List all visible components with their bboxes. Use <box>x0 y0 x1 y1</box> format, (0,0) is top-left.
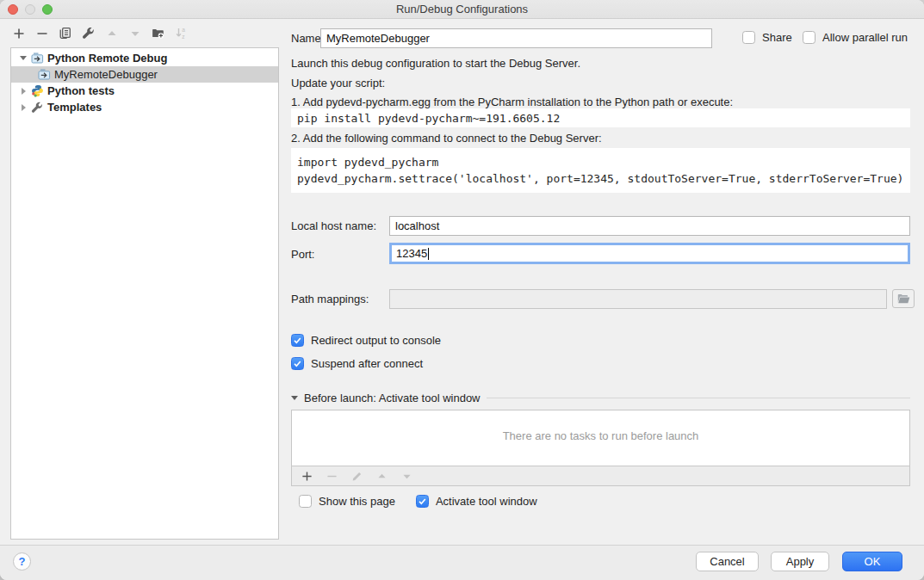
close-window-button[interactable] <box>8 4 18 15</box>
name-label-wrap: Name: <box>291 32 324 45</box>
path-mappings-input[interactable] <box>389 289 887 309</box>
run-debug-configurations-dialog: Run/Debug Configurations <box>0 0 924 580</box>
text-caret <box>428 248 429 260</box>
name-label: Name: <box>291 32 324 45</box>
share-checkbox[interactable] <box>742 31 755 44</box>
edit-templates-wrench-icon[interactable] <box>82 27 95 40</box>
settrace-code: import pydevd_pycharm pydevd_pycharm.set… <box>291 148 910 193</box>
add-task-icon[interactable] <box>301 470 313 483</box>
share-label: Share <box>762 31 792 44</box>
before-launch-header[interactable]: Before launch: Activate tool window <box>291 392 910 404</box>
window-title: Run/Debug Configurations <box>396 3 528 15</box>
port-input[interactable]: 12345 <box>389 243 910 264</box>
section-divider <box>487 398 910 398</box>
instructions-line1: Launch this debug configuration to start… <box>291 57 580 70</box>
svg-text:z: z <box>182 34 184 40</box>
browse-path-mappings-button[interactable] <box>892 289 915 308</box>
settrace-code-line1: import pydevd_pycharm <box>297 156 438 169</box>
folder-icon <box>897 293 910 304</box>
chevron-right-icon[interactable] <box>19 88 28 95</box>
show-this-page-checkbox[interactable] <box>299 495 312 508</box>
tree-item-templates[interactable]: Templates <box>11 99 278 115</box>
new-folder-icon[interactable] <box>152 27 164 40</box>
show-this-page-label: Show this page <box>319 495 395 508</box>
help-question-icon: ? <box>19 555 26 568</box>
redirect-output-label: Redirect output to console <box>311 334 441 347</box>
title-bar: Run/Debug Configurations <box>0 0 924 19</box>
share-checkbox-row: Share <box>742 31 792 44</box>
move-task-down-icon <box>400 470 413 483</box>
wrench-icon <box>31 101 44 114</box>
instructions-step1: 1. Add pydevd-pycharm.egg from the PyCha… <box>291 96 733 108</box>
chevron-right-icon[interactable] <box>19 104 28 111</box>
help-button[interactable]: ? <box>13 552 31 571</box>
python-tests-icon <box>31 84 44 97</box>
svg-text:a: a <box>182 27 185 33</box>
tree-item-label: Templates <box>47 101 102 114</box>
instructions-line2: Update your script: <box>291 77 385 89</box>
before-launch-task-list[interactable]: There are no tasks to run before launch <box>291 410 910 466</box>
remote-debug-icon <box>38 68 51 81</box>
activate-tool-window-checkbox[interactable] <box>416 495 429 508</box>
suspend-after-connect-row: Suspend after connect <box>291 357 423 370</box>
ok-button[interactable]: OK <box>842 552 902 571</box>
zoom-window-button[interactable] <box>42 4 53 15</box>
path-mappings-label: Path mappings: <box>291 293 369 305</box>
minimize-window-button <box>25 4 35 15</box>
chevron-down-icon[interactable] <box>19 56 28 60</box>
remove-icon[interactable] <box>35 27 48 40</box>
collapse-section-icon[interactable] <box>291 396 298 400</box>
suspend-after-connect-checkbox[interactable] <box>291 357 304 370</box>
empty-tasks-message: There are no tasks to run before launch <box>292 429 909 442</box>
activate-tool-window-label: Activate tool window <box>436 495 537 508</box>
copy-icon[interactable] <box>59 27 71 40</box>
pip-install-code: pip install pydevd-pycharm~=191.6605.12 <box>291 108 910 127</box>
page-options-row: Show this page Activate tool window <box>299 495 537 508</box>
apply-button[interactable]: Apply <box>771 552 829 571</box>
edit-task-pencil-icon <box>350 470 363 483</box>
port-value: 12345 <box>396 247 427 260</box>
redirect-output-row: Redirect output to console <box>291 334 441 347</box>
configurations-sidebar: az Python Remote Debug MyRemoteDebugger <box>0 19 284 545</box>
configuration-tree: Python Remote Debug MyRemoteDebugger Pyt… <box>10 47 279 540</box>
tree-item-python-tests[interactable]: Python tests <box>11 83 278 99</box>
tree-item-label: Python Remote Debug <box>47 52 167 65</box>
allow-parallel-run-row: Allow parallel run <box>803 31 908 44</box>
move-up-icon <box>105 27 118 40</box>
tree-item-label: Python tests <box>47 84 115 97</box>
sort-alphabetically-icon: az <box>175 27 188 40</box>
dialog-footer: ? Cancel Apply OK <box>0 545 924 580</box>
tree-item-myremotedebugger[interactable]: MyRemoteDebugger <box>11 66 278 83</box>
sidebar-toolbar: az <box>0 19 284 47</box>
add-icon[interactable] <box>12 27 25 40</box>
redirect-output-checkbox[interactable] <box>291 334 304 347</box>
settrace-code-line2: pydevd_pycharm.settrace('localhost', por… <box>297 172 903 185</box>
tree-item-label: MyRemoteDebugger <box>54 68 158 81</box>
cancel-button[interactable]: Cancel <box>696 552 759 571</box>
allow-parallel-run-label: Allow parallel run <box>822 31 908 44</box>
move-down-icon <box>128 27 141 40</box>
instructions-step2: 2. Add the following command to connect … <box>291 132 602 145</box>
tree-item-python-remote-debug[interactable]: Python Remote Debug <box>11 50 278 66</box>
allow-parallel-run-checkbox[interactable] <box>803 31 815 44</box>
before-launch-title: Before launch: Activate tool window <box>304 392 481 404</box>
suspend-after-connect-label: Suspend after connect <box>311 357 423 370</box>
local-host-label: Local host name: <box>291 219 376 232</box>
port-label: Port: <box>291 248 314 261</box>
local-host-input[interactable] <box>389 216 910 236</box>
name-input[interactable] <box>320 28 712 48</box>
move-task-up-icon <box>375 470 388 483</box>
remove-task-icon <box>326 470 338 483</box>
task-list-toolbar <box>291 466 910 486</box>
configuration-editor: Name: Share Allow parallel run Launch th… <box>284 19 924 545</box>
remote-debug-icon <box>31 52 44 65</box>
